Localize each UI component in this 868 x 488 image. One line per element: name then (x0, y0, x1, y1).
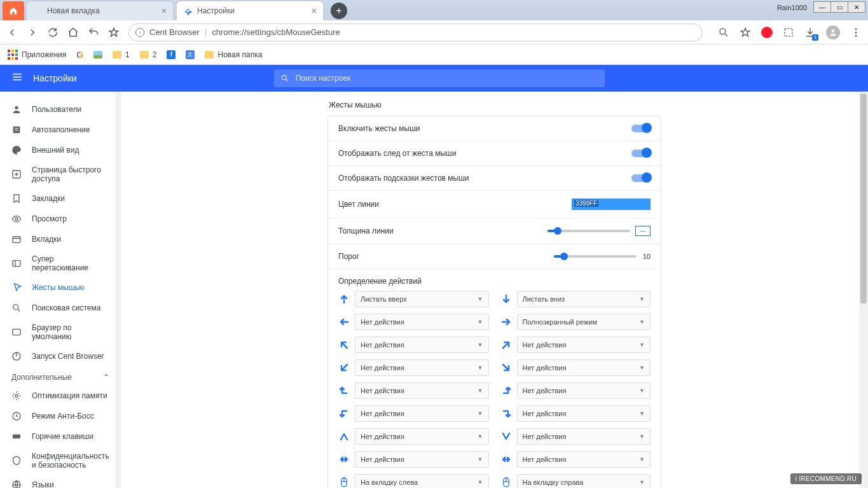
chevron-up-icon: ⌃ (103, 373, 109, 382)
home-tab[interactable] (3, 1, 24, 20)
arrow-peak-down-icon (500, 431, 512, 442)
bookmark-newfolder[interactable]: Новая папка (205, 50, 262, 59)
toggle-enable[interactable] (631, 125, 651, 132)
sidebar-item-antiboss[interactable]: Режим Анти-Босс (0, 406, 121, 426)
action-dropdown[interactable]: Нет действия▼ (355, 337, 489, 353)
info-icon[interactable]: i (135, 28, 144, 37)
gesture-action: На вкладку слева▼ (338, 474, 489, 488)
action-dropdown[interactable]: На вкладку слева▼ (355, 474, 489, 488)
menu-dots-icon[interactable] (850, 27, 862, 38)
home-button[interactable] (67, 27, 79, 38)
toggle-trail[interactable] (631, 150, 651, 157)
action-dropdown[interactable]: Листать вниз▼ (517, 291, 651, 307)
apps-button[interactable]: Приложения (8, 50, 66, 60)
arrow-rd-icon (500, 408, 512, 419)
action-dropdown[interactable]: Нет действия▼ (517, 359, 651, 376)
width-value[interactable]: — (635, 226, 651, 236)
action-dropdown[interactable]: Нет действия▼ (517, 405, 651, 422)
address-bar[interactable]: i Cent Browser | chrome://settings/cbMou… (128, 24, 703, 41)
forward-button[interactable] (27, 27, 38, 38)
bookmark-google[interactable]: G (76, 50, 83, 60)
minimize-button[interactable]: — (813, 1, 831, 13)
reload-button[interactable] (47, 27, 59, 38)
sidebar-item-defaultbrowser[interactable]: Браузер по умолчанию (0, 318, 121, 346)
arrow-lr-icon (338, 454, 350, 465)
hamburger-icon[interactable] (11, 71, 23, 85)
svg-rect-11 (13, 237, 20, 242)
bookmark-img[interactable] (93, 51, 102, 59)
scrollbar-thumb[interactable] (116, 97, 120, 173)
close-icon[interactable]: × (162, 6, 167, 16)
close-button[interactable]: ✕ (848, 1, 865, 13)
opera-icon[interactable] (761, 27, 773, 38)
sidebar-item-tabs[interactable]: Вкладки (0, 229, 121, 249)
gesture-action: Нет действия▼ (338, 382, 489, 399)
sidebar-item-appearance[interactable]: Внешний вид (0, 140, 121, 160)
page-scrollbar[interactable] (859, 92, 868, 488)
sidebar-item-speeddial[interactable]: Страница быстрого доступа (0, 160, 121, 188)
bookmark-folder-1[interactable]: 1 (113, 50, 130, 59)
sidebar-item-superdrag[interactable]: Супер перетаскивание (0, 249, 121, 277)
sidebar-section-extra[interactable]: Дополнительные⌃ (0, 366, 121, 386)
bookmark-fb[interactable]: f (167, 50, 176, 59)
svg-point-3 (855, 28, 857, 30)
action-dropdown[interactable]: Нет действия▼ (517, 382, 651, 399)
action-dropdown[interactable]: Нет действия▼ (355, 451, 489, 468)
sidebar-item-startup[interactable]: Запуск Cent Browser (0, 346, 121, 366)
action-dropdown[interactable]: Нет действия▼ (517, 428, 651, 445)
chevron-down-icon: ▼ (478, 387, 483, 394)
action-dropdown[interactable]: Нет действия▼ (355, 359, 489, 376)
new-tab-button[interactable]: + (331, 3, 347, 19)
arrow-ur-icon (500, 339, 512, 351)
bookmark-star-button[interactable] (108, 27, 120, 38)
tab-settings[interactable]: Настройки × (177, 1, 323, 20)
sidebar-item-search[interactable]: Поисковая система (0, 298, 121, 318)
downloads-icon[interactable] (804, 27, 816, 38)
sidebar-item-privacy[interactable]: Конфиденциальность и безопасность (0, 447, 121, 475)
close-icon[interactable]: × (312, 6, 317, 16)
gesture-action: Нет действия▼ (338, 359, 489, 376)
sidebar-item-autofill[interactable]: Автозаполнение (0, 120, 121, 140)
undo-button[interactable] (88, 27, 99, 38)
slider-threshold[interactable] (554, 255, 637, 258)
tab-title: Настройки (197, 6, 235, 15)
bookmark-translate[interactable]: 文 (186, 50, 195, 59)
settings-search[interactable]: Поиск настроек (274, 69, 605, 87)
star-icon[interactable] (740, 27, 751, 38)
action-dropdown[interactable]: Нет действия▼ (355, 314, 489, 330)
sidebar-item-users[interactable]: Пользователи (0, 99, 121, 120)
sidebar-item-view[interactable]: Просмотр (0, 209, 121, 229)
svg-rect-12 (13, 260, 20, 266)
gesture-action: Нет действия▼ (500, 382, 651, 399)
action-dropdown[interactable]: Нет действия▼ (355, 382, 489, 399)
sidebar-item-bookmarks[interactable]: Закладки (0, 188, 121, 209)
action-dropdown[interactable]: Полноэкранный режим▼ (517, 314, 651, 330)
sidebar-item-mousegestures[interactable]: Жесты мышью (0, 277, 121, 298)
arrow-ru-icon (500, 385, 512, 396)
slider-width[interactable] (548, 230, 630, 232)
action-dropdown[interactable]: Нет действия▼ (355, 428, 489, 445)
toggle-hints[interactable] (631, 174, 651, 182)
chevron-down-icon: ▼ (639, 433, 645, 440)
screenshot-icon[interactable] (783, 27, 794, 38)
sidebar-item-hotkeys[interactable]: Горячие клавиши (0, 426, 121, 447)
search-icon[interactable] (718, 27, 729, 38)
search-placeholder: Поиск настроек (296, 74, 351, 83)
arrow-right-icon (500, 316, 512, 328)
action-dropdown[interactable]: Нет действия▼ (517, 451, 651, 468)
sidebar-item-memory[interactable]: Оптимизация памяти (0, 386, 121, 406)
action-dropdown[interactable]: Нет действия▼ (355, 405, 489, 422)
back-button[interactable] (6, 27, 18, 38)
sidebar-item-languages[interactable]: Языки (0, 475, 121, 488)
gesture-action: Нет действия▼ (500, 405, 651, 422)
profile-avatar[interactable] (826, 25, 840, 39)
settings-header: Настройки Поиск настроек (0, 65, 868, 92)
color-input[interactable]: 3399FF (572, 199, 651, 210)
tab-newtab[interactable]: Новая вкладка × (27, 1, 173, 20)
action-dropdown[interactable]: Листать вверх▼ (355, 291, 489, 307)
action-dropdown[interactable]: На вкладку справа▼ (517, 474, 651, 488)
settings-card: Включить жесты мыши Отображать след от ж… (327, 116, 661, 488)
maximize-button[interactable]: ▭ (830, 1, 848, 13)
bookmark-folder-2[interactable]: 2 (140, 50, 157, 59)
action-dropdown[interactable]: Нет действия▼ (517, 337, 651, 353)
